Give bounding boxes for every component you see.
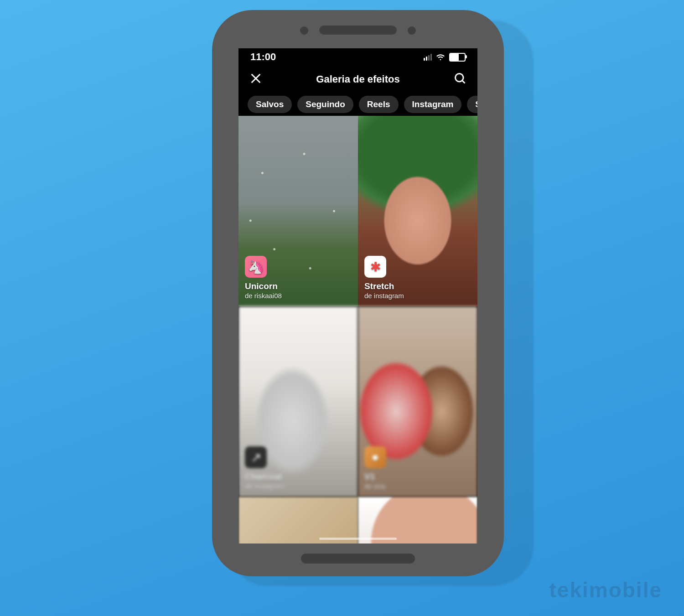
- tab-salvos[interactable]: Salvos: [248, 96, 292, 113]
- effect-author: de riskaai08: [245, 292, 282, 300]
- effects-grid: 🦄 Unicorn de riskaai08 ✱ Stretch de inst…: [238, 116, 477, 544]
- effect-card: ↗ Charcoal de instagram: [245, 446, 285, 491]
- effect-name: Stretch: [364, 281, 404, 292]
- effect-icon: ●: [364, 446, 386, 468]
- phone-home-bar: [301, 554, 415, 564]
- search-icon: [454, 72, 466, 85]
- effect-tile-v1[interactable]: ● V1 de ana: [358, 306, 477, 497]
- effect-author: de ana: [364, 482, 386, 491]
- effect-tile-charcoal[interactable]: ↗ Charcoal de instagram: [238, 306, 358, 497]
- effect-card: ● V1 de ana: [364, 446, 386, 491]
- effect-icon: ↗: [245, 446, 267, 468]
- effect-name: V1: [364, 472, 386, 482]
- tab-instagram[interactable]: Instagram: [404, 96, 462, 113]
- status-icons: [424, 53, 466, 62]
- cellular-signal-icon: [424, 54, 432, 61]
- phone-sensor-right: [408, 26, 416, 35]
- effect-card: 🦄 Unicorn de riskaai08: [245, 256, 282, 300]
- phone-sensor-left: [300, 26, 308, 35]
- effect-tile-partial-6[interactable]: [358, 497, 477, 544]
- effect-tile-unicorn[interactable]: 🦄 Unicorn de riskaai08: [238, 116, 358, 306]
- effect-name: Charcoal: [245, 472, 285, 482]
- effect-card: ✱ Stretch de instagram: [364, 256, 404, 300]
- wifi-icon: [435, 53, 446, 61]
- effect-author: de instagram: [245, 482, 285, 491]
- header: Galeria de efeitos: [238, 66, 477, 93]
- clock: 11:00: [250, 51, 276, 63]
- effect-tile-stretch[interactable]: ✱ Stretch de instagram: [358, 116, 477, 306]
- status-bar: 11:00: [238, 48, 477, 66]
- tab-seguindo[interactable]: Seguindo: [297, 96, 353, 113]
- filter-tabs[interactable]: Salvos Seguindo Reels Instagram Selfie: [238, 93, 477, 116]
- effect-name: Unicorn: [245, 281, 282, 292]
- effect-icon: 🦄: [245, 256, 267, 278]
- battery-icon: [449, 53, 466, 62]
- effect-icon: ✱: [364, 256, 386, 278]
- effect-author: de instagram: [364, 292, 404, 300]
- app-screen: 11:00 Galeria de efeitos Salvos Seguindo…: [238, 48, 477, 544]
- svg-point-0: [455, 74, 463, 82]
- tab-selfie[interactable]: Selfie: [467, 96, 477, 113]
- effect-tile-partial-5[interactable]: [238, 497, 358, 544]
- page-title: Galeria de efeitos: [316, 73, 399, 85]
- close-icon: [249, 72, 262, 85]
- search-button[interactable]: [454, 72, 466, 87]
- phone-speaker: [319, 26, 397, 35]
- close-button[interactable]: [249, 72, 262, 87]
- watermark-logo: tekimobile: [549, 578, 662, 602]
- tab-reels[interactable]: Reels: [359, 96, 399, 113]
- ios-home-indicator: [319, 538, 397, 540]
- phone-frame: 11:00 Galeria de efeitos Salvos Seguindo…: [212, 10, 504, 576]
